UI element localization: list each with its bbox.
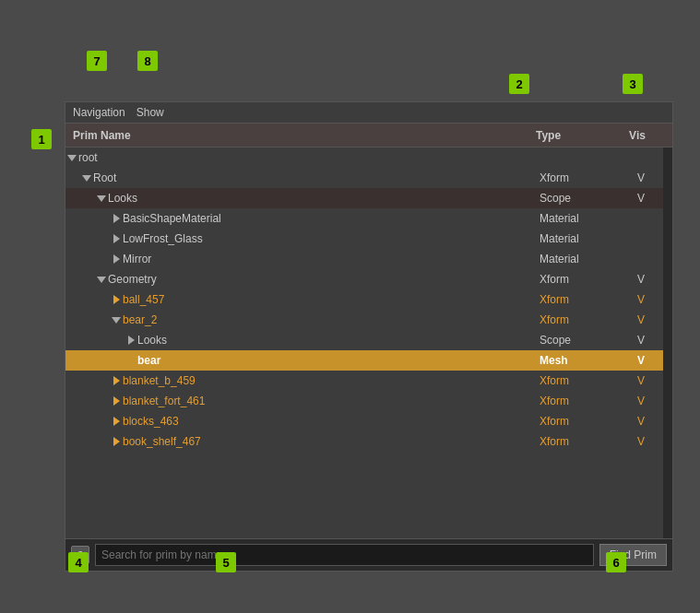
search-input[interactable] xyxy=(95,544,594,566)
row-toggle[interactable] xyxy=(110,395,123,407)
row-prim-name: ball_457 xyxy=(123,293,540,306)
row-vis: V xyxy=(623,415,659,428)
row-vis: V xyxy=(623,435,659,448)
row-toggle[interactable] xyxy=(95,192,108,205)
tree-row[interactable]: LowFrost_GlassMaterial xyxy=(65,229,663,249)
row-type: Xform xyxy=(540,395,623,407)
row-toggle[interactable] xyxy=(110,232,123,245)
tree-row[interactable]: GeometryXformV xyxy=(65,269,663,289)
menubar: Navigation Show xyxy=(65,102,672,124)
badge-1: 1 xyxy=(31,129,52,149)
badge-8: 8 xyxy=(137,51,158,71)
row-vis: V xyxy=(623,192,659,205)
row-type: Material xyxy=(540,232,623,245)
row-prim-name: blocks_463 xyxy=(123,415,540,428)
row-vis: V xyxy=(623,293,659,306)
tree-content[interactable]: rootRootXformVLooksScopeVBasicShapeMater… xyxy=(65,147,663,538)
tree-row[interactable]: blanket_b_459XformV xyxy=(65,371,663,391)
scrollbar-track[interactable] xyxy=(663,147,672,538)
badge-4: 4 xyxy=(68,552,89,572)
row-toggle[interactable] xyxy=(110,435,123,448)
row-toggle[interactable] xyxy=(80,171,93,184)
row-toggle[interactable] xyxy=(65,151,78,164)
row-vis: V xyxy=(623,171,659,184)
row-type: Xform xyxy=(540,273,623,286)
tree-row[interactable]: RootXformV xyxy=(65,168,663,188)
row-toggle[interactable] xyxy=(110,253,123,265)
column-headers: Prim Name Type Vis xyxy=(65,124,672,147)
row-prim-name: Geometry xyxy=(108,273,540,286)
row-prim-name: bear_2 xyxy=(123,313,540,326)
tree-row[interactable]: bearMeshV xyxy=(65,350,663,371)
row-toggle[interactable] xyxy=(125,334,137,347)
row-vis: V xyxy=(623,273,659,286)
tree-row[interactable]: LooksScopeV xyxy=(65,188,663,208)
type-header: Type xyxy=(536,129,619,142)
badge-2-group: 2 xyxy=(515,74,524,83)
row-vis: V xyxy=(623,374,659,387)
row-type: Xform xyxy=(540,313,623,326)
tree-row[interactable]: blocks_463XformV xyxy=(65,411,663,431)
badge-2: 2 xyxy=(509,74,529,94)
tree-row[interactable]: BasicShapeMaterialMaterial xyxy=(65,208,663,229)
badge-5: 5 xyxy=(216,552,236,572)
badge-1-group: 1 xyxy=(31,135,41,144)
badge-3-group: 3 xyxy=(628,74,637,83)
row-toggle[interactable] xyxy=(110,374,123,387)
badge-8-group: 8 xyxy=(143,51,152,60)
row-toggle[interactable] xyxy=(110,313,123,326)
row-type: Xform xyxy=(540,415,623,428)
tree-row[interactable]: LooksScopeV xyxy=(65,330,663,350)
row-prim-name: root xyxy=(78,151,540,164)
row-vis: V xyxy=(623,395,659,407)
row-vis: V xyxy=(623,313,659,326)
tree-row[interactable]: blanket_fort_461XformV xyxy=(65,391,663,411)
row-prim-name: Looks xyxy=(108,192,540,205)
row-prim-name: blanket_b_459 xyxy=(123,374,540,387)
row-type: Xform xyxy=(540,171,623,184)
tree-row[interactable]: root xyxy=(65,147,663,168)
row-type: Mesh xyxy=(540,354,623,367)
prim-name-header: Prim Name xyxy=(73,129,536,142)
row-vis: V xyxy=(623,354,659,367)
tree-row[interactable]: book_shelf_467XformV xyxy=(65,431,663,452)
row-prim-name: blanket_fort_461 xyxy=(123,395,540,407)
row-vis: V xyxy=(623,334,659,347)
search-bar: ? Find Prim xyxy=(65,538,672,571)
row-type: Scope xyxy=(540,192,623,205)
row-prim-name: BasicShapeMaterial xyxy=(123,212,540,225)
row-prim-name: Mirror xyxy=(123,253,540,265)
tree-row[interactable]: bear_2XformV xyxy=(65,310,663,330)
badge-6-group: 6 xyxy=(611,552,621,561)
row-prim-name: Root xyxy=(93,171,540,184)
navigation-menu[interactable]: Navigation xyxy=(73,106,125,119)
show-menu[interactable]: Show xyxy=(136,106,164,119)
row-type: Xform xyxy=(540,374,623,387)
vis-header: Vis xyxy=(619,129,656,142)
row-prim-name: Looks xyxy=(137,334,540,347)
row-toggle[interactable] xyxy=(110,415,123,428)
row-prim-name: LowFrost_Glass xyxy=(123,232,540,245)
row-prim-name: book_shelf_467 xyxy=(123,435,540,448)
badge-7-group: 7 xyxy=(92,51,101,60)
row-prim-name: bear xyxy=(137,354,540,367)
tree-row[interactable]: ball_457XformV xyxy=(65,289,663,310)
row-type: Xform xyxy=(540,293,623,306)
badge-5-group: 5 xyxy=(221,552,231,561)
badge-6: 6 xyxy=(606,552,626,572)
row-type: Material xyxy=(540,253,623,265)
row-toggle[interactable] xyxy=(125,354,137,367)
row-type: Xform xyxy=(540,435,623,448)
row-toggle[interactable] xyxy=(95,273,108,286)
row-toggle[interactable] xyxy=(110,293,123,306)
tree-row[interactable]: MirrorMaterial xyxy=(65,249,663,269)
row-type: Scope xyxy=(540,334,623,347)
badge-3: 3 xyxy=(623,74,643,94)
row-type: Material xyxy=(540,212,623,225)
row-toggle[interactable] xyxy=(110,212,123,225)
badge-7: 7 xyxy=(87,51,107,71)
badge-4-group: 4 xyxy=(74,552,83,561)
main-panel: Navigation Show Prim Name Type Vis rootR… xyxy=(65,101,673,572)
